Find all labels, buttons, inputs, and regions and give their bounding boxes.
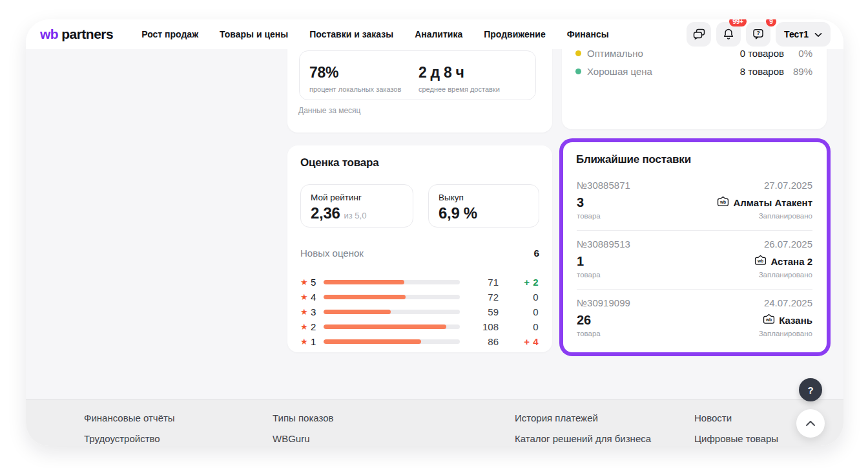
divider [577,289,812,290]
logo-partners: partners [61,27,113,42]
nav-item[interactable]: Рост продаж [141,29,198,39]
supply-item[interactable]: №3088587127.07.20253wbАлматы Атакенттова… [577,180,812,222]
footer-link[interactable]: История платежей [515,412,651,423]
new-ratings-row: Новых оценок 6 [300,248,539,259]
supply-item[interactable]: №3088951326.07.20251wbАстана 2товараЗапл… [577,239,812,281]
supplies-list: №3088587127.07.20253wbАлматы Атакенттова… [577,180,812,340]
logo[interactable]: wb partners [40,27,113,42]
footer-link[interactable]: Цифровые товары [694,433,778,444]
supply-main-row: 3wbАлматы Атакент [577,194,812,211]
footer-column: Финансовые отчётыТрудоустройство [84,412,175,444]
footer-column: История платежейКаталог решений для бизн… [515,412,651,444]
legend-percent: 89% [784,66,812,77]
help-button[interactable]: ? 9 [746,22,770,47]
rating-count: 108 [460,321,499,332]
rating-bar-track [324,295,460,299]
nav-item[interactable]: Финансы [567,29,609,39]
legend-row: Оптимально0 товаров0% [575,49,812,59]
divider [577,230,812,231]
warehouse-icon: wb [763,314,775,326]
new-ratings-label: Новых оценок [300,248,364,259]
nav-item[interactable]: Продвижение [484,29,545,39]
supply-main-row: 26wbКазань [577,312,812,328]
star-level-label: 1 [311,336,322,347]
svg-text:?: ? [757,30,760,36]
footer-link[interactable]: WBGuru [273,433,334,444]
rating-bar-row: ★4720 [300,290,539,304]
rating-bar-track [324,310,460,314]
rating-box-value: 2,36из 5,0 [311,204,366,222]
legend-row: Хорошая цена8 товаров89% [575,65,812,78]
supply-qty-label: товара [577,271,601,281]
supply-footer-row: товараЗапланировано [577,330,812,340]
supply-status: Запланировано [759,212,812,222]
account-label: Тест1 [784,29,809,39]
notifications-button[interactable]: 99+ [716,22,741,47]
rating-bar-row: ★571+ 2 [300,275,539,290]
help-badge: 9 [766,19,776,27]
footer-link[interactable]: Трудоустройство [84,433,175,444]
legend-label: Хорошая цена [587,66,725,77]
rating-bar-track [324,324,460,329]
supply-number: №30885871 [577,180,630,194]
rating-box-value: 6,9 % [439,204,477,222]
footer-column: НовостиЦифровые товары [694,412,778,444]
question-icon: ? [807,385,813,396]
star-icon: ★ [300,337,311,346]
footer-link[interactable]: Новости [694,412,778,423]
svg-text:wb: wb [765,317,772,322]
nav-item[interactable]: Поставки и заказы [309,29,393,39]
warehouse-icon: wb [754,255,767,268]
legend-label: Оптимально [587,49,725,59]
footer-link[interactable]: Финансовые отчёты [84,412,175,423]
supply-header-row: №3091909924.07.2025 [577,297,812,312]
card-title: Ближайшие поставки [576,153,691,166]
card-price-status: Оптимально0 товаров0%Хорошая цена8 товар… [562,49,827,129]
star-icon: ★ [300,292,311,302]
supply-header-row: №3088951326.07.2025 [577,239,812,253]
rating-bar-track [324,280,460,284]
rating-count: 71 [460,277,499,288]
delivery-metric: 2 д 8 чсреднее время доставки [418,64,500,93]
nav-item[interactable]: Аналитика [415,29,462,39]
supply-footer-row: товараЗапланировано [577,212,812,222]
rating-delta: 0 [499,292,539,303]
legend-percent: 0% [784,49,812,59]
rating-box-label: Мой рейтинг [311,193,362,202]
star-level-label: 2 [311,321,322,332]
supply-status: Запланировано [759,330,812,340]
card-upcoming-supplies: Ближайшие поставки №3088587127.07.20253w… [563,142,827,352]
rating-bar-fill [324,280,404,284]
metric-label: среднее время доставки [418,85,500,93]
svg-text:wb: wb [719,200,726,204]
supply-qty: 3 [577,195,584,210]
account-button[interactable]: Тест1 [776,22,831,47]
rating-box-label: Выкуп [439,193,464,202]
rating-count: 72 [460,292,499,303]
supply-main-row: 1wbАстана 2 [577,253,812,270]
supply-warehouse-name: Алматы Атакент [733,197,812,208]
delivery-metric: 78%процент локальных заказов [309,64,401,93]
rating-delta: + 2 [499,277,539,288]
metric-label: процент локальных заказов [309,85,401,93]
header-actions: 99+ ? 9 Тест1 [687,22,831,47]
chevron-down-icon [814,29,822,39]
scroll-top-button[interactable] [796,409,825,438]
rating-delta: 0 [499,306,539,317]
rating-bar-track [324,339,460,344]
logo-wb: wb [40,27,58,42]
legend-count: 8 товаров [725,66,784,77]
help-float-button[interactable]: ? [799,378,822,401]
card-footnote: Данные за месяц [298,106,361,115]
supply-qty-label: товара [577,330,601,340]
footer-link[interactable]: Типы показов [273,412,334,423]
chat-button[interactable] [687,22,711,47]
delivery-metrics-box: 78%процент локальных заказов2 д 8 чсредн… [299,50,536,100]
star-level-label: 5 [311,277,322,288]
footer-link[interactable]: Каталог решений для бизнеса [515,433,651,444]
chat-icon [692,28,706,41]
supply-number: №30889513 [577,239,630,253]
star-level-label: 4 [311,292,322,303]
supply-item[interactable]: №3091909924.07.202526wbКазаньтовараЗапла… [577,297,812,340]
nav-item[interactable]: Товары и цены [220,29,288,39]
